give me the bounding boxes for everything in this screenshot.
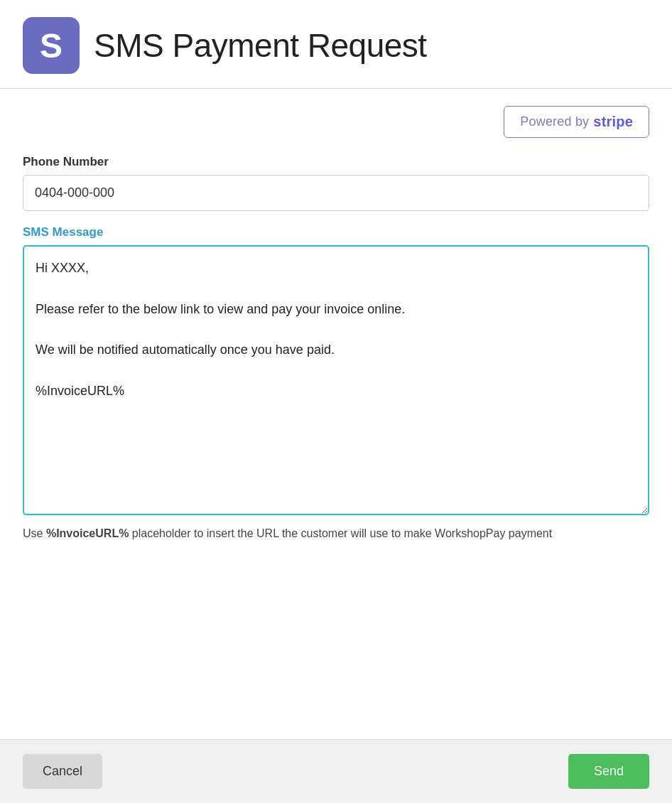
send-button[interactable]: Send bbox=[568, 754, 649, 789]
powered-by-prefix: Powered by bbox=[520, 114, 589, 129]
cancel-button[interactable]: Cancel bbox=[23, 754, 102, 789]
logo-letter: S bbox=[40, 26, 63, 65]
phone-input[interactable] bbox=[23, 175, 649, 211]
phone-label: Phone Number bbox=[23, 155, 649, 169]
powered-by-row: Powered by stripe bbox=[23, 106, 649, 138]
main-content: Powered by stripe Phone Number SMS Messa… bbox=[0, 89, 672, 542]
hint-prefix: Use bbox=[23, 527, 46, 539]
hint-suffix: placeholder to insert the URL the custom… bbox=[129, 527, 552, 539]
sms-label: SMS Message bbox=[23, 225, 649, 239]
page-title: SMS Payment Request bbox=[94, 26, 427, 65]
hint-placeholder: %InvoiceURL% bbox=[46, 527, 129, 539]
app-logo: S bbox=[23, 17, 80, 74]
powered-by-badge: Powered by stripe bbox=[504, 106, 649, 138]
footer: Cancel Send bbox=[0, 739, 672, 803]
hint-text: Use %InvoiceURL% placeholder to insert t… bbox=[23, 525, 649, 542]
sms-textarea[interactable]: Hi XXXX, Please refer to the below link … bbox=[23, 245, 649, 515]
stripe-brand: stripe bbox=[593, 114, 633, 130]
header: S SMS Payment Request bbox=[0, 0, 672, 89]
